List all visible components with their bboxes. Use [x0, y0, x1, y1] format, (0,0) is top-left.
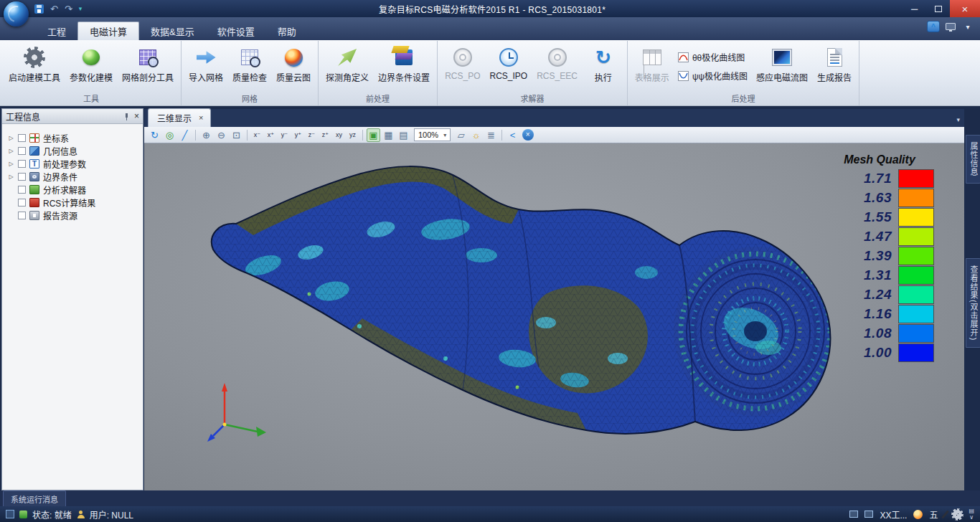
- checkbox[interactable]: [18, 212, 26, 219]
- tab-help[interactable]: 帮助: [266, 22, 308, 40]
- tab-overflow-icon[interactable]: ▾: [956, 116, 960, 123]
- expander-icon[interactable]: ▷: [8, 161, 14, 167]
- tab-data-display[interactable]: 数据&显示: [139, 22, 206, 40]
- legend-swatch: [898, 189, 934, 207]
- stop-icon[interactable]: ×: [521, 128, 534, 142]
- tree-item-report-resources[interactable]: 报告资源: [2, 209, 143, 222]
- checkbox[interactable]: [18, 160, 26, 168]
- minimize-button[interactable]: ─: [903, 0, 926, 17]
- window-thumb-icon[interactable]: [864, 511, 873, 518]
- table-display-button[interactable]: 表格展示: [631, 44, 673, 85]
- parametric-modeling-button[interactable]: 参数化建模: [66, 44, 116, 85]
- button-label: θθ极化曲线图: [692, 51, 745, 63]
- undo-icon[interactable]: ↶: [50, 4, 58, 14]
- chevron-mini-icon[interactable]: ∨: [969, 515, 974, 521]
- launch-modeling-tool-button[interactable]: 启动建模工具: [5, 44, 64, 85]
- quality-contour-button[interactable]: 质量云图: [273, 44, 314, 85]
- axis-view-yz[interactable]: yz: [347, 128, 359, 142]
- chevron-down-icon: ▾: [443, 132, 446, 138]
- axis-view-x-minus[interactable]: x⁻: [251, 128, 263, 142]
- shaded-mode-icon[interactable]: ▣: [367, 128, 380, 142]
- checkbox[interactable]: [18, 186, 26, 194]
- legend-row: 1.55: [825, 207, 934, 227]
- axis-view-z-minus[interactable]: z⁻: [306, 128, 318, 142]
- checkbox[interactable]: [18, 173, 26, 181]
- collapse-ribbon-icon[interactable]: ^: [927, 21, 940, 32]
- pin-icon[interactable]: [123, 113, 130, 120]
- weather-tray-icon[interactable]: [913, 510, 923, 519]
- sketch-icon[interactable]: ╱: [178, 128, 192, 142]
- grid-mode-icon[interactable]: ▤: [397, 128, 410, 142]
- axis-view-x-plus[interactable]: x⁺: [265, 128, 277, 142]
- expander-icon[interactable]: ▷: [8, 148, 14, 154]
- execute-button[interactable]: ↻ 执行: [583, 44, 623, 85]
- tab-em-computation[interactable]: 电磁计算: [77, 22, 139, 40]
- expander-icon[interactable]: ▷: [8, 135, 14, 141]
- button-label: 生成报告: [817, 71, 852, 83]
- ime-indicator[interactable]: 五: [929, 508, 938, 521]
- expander-icon[interactable]: ▷: [8, 174, 14, 180]
- axis-view-y-minus[interactable]: y⁻: [278, 128, 291, 142]
- dock-tab-view-results[interactable]: 查看结果(双击展开): [966, 258, 980, 348]
- table-icon: [643, 49, 661, 65]
- tree-item-geometry-info[interactable]: ▷ 几何信息: [2, 144, 143, 157]
- ribbon-group-preprocess: 探测角定义 边界条件设置 前处理: [319, 41, 438, 105]
- tree-item-rcs-results[interactable]: RCS计算结果: [2, 196, 143, 209]
- axis-view-xy[interactable]: xy: [333, 128, 345, 142]
- rcs-ipo-button[interactable]: RCS_IPO: [486, 44, 531, 82]
- lighting-icon[interactable]: ☼: [469, 128, 483, 142]
- tray-mini-icons[interactable]: ▤ ∨: [969, 508, 974, 521]
- refresh-view-icon[interactable]: ↻: [148, 128, 161, 142]
- gear-tray-icon[interactable]: [953, 510, 962, 519]
- rcs-eec-button[interactable]: RCS_EEC: [533, 44, 581, 82]
- display-settings-icon[interactable]: [944, 21, 957, 32]
- tab-project[interactable]: 工程: [36, 22, 77, 40]
- layers-icon[interactable]: ≣: [484, 128, 498, 142]
- import-mesh-button[interactable]: 导入网格: [185, 44, 227, 85]
- checkbox[interactable]: [18, 199, 26, 207]
- tree-item-preprocess-params[interactable]: ▷ T 前处理参数: [2, 157, 143, 170]
- maximize-button[interactable]: [926, 0, 950, 17]
- redo-icon[interactable]: ↷: [65, 4, 72, 14]
- tab-3d-display[interactable]: 三维显示 ×: [148, 108, 211, 127]
- viewport-3d[interactable]: Mesh Quality 1.71 1.63 1.55 1.47 1.39 1.…: [144, 143, 964, 490]
- boundary-settings-button[interactable]: 边界条件设置: [374, 44, 433, 85]
- list-mini-icon[interactable]: ▤: [969, 508, 974, 514]
- induced-current-map-button[interactable]: 感应电磁流图: [753, 44, 811, 85]
- perspective-icon[interactable]: ▱: [454, 128, 468, 142]
- dropdown-icon[interactable]: ▾: [961, 21, 974, 32]
- quality-check-button[interactable]: 质量检查: [229, 44, 270, 85]
- system-messages-tab[interactable]: 系统运行消息: [3, 490, 66, 506]
- rcs-po-button[interactable]: RCS_PO: [441, 44, 484, 82]
- wireframe-mode-icon[interactable]: ▦: [382, 128, 395, 142]
- close-button[interactable]: ×: [950, 0, 980, 17]
- psi-polarization-curve-button[interactable]: ψψ极化曲线图: [675, 68, 750, 83]
- zoom-out-icon[interactable]: ⊖: [215, 128, 228, 142]
- axis-view-z-plus[interactable]: z⁺: [319, 128, 331, 142]
- save-icon[interactable]: [34, 4, 44, 14]
- zoom-window-icon[interactable]: ⊡: [230, 128, 243, 142]
- legend-value: 1.63: [825, 190, 898, 206]
- tab-close-icon[interactable]: ×: [199, 114, 203, 122]
- zoom-level-combobox[interactable]: 100% ▾: [414, 128, 451, 141]
- app-logo-icon[interactable]: [4, 1, 29, 27]
- system-grid-icon[interactable]: [6, 510, 14, 518]
- axis-view-y-plus[interactable]: y⁺: [292, 128, 304, 142]
- fit-view-icon[interactable]: ◎: [163, 128, 176, 142]
- probe-angle-button[interactable]: 探测角定义: [322, 44, 372, 85]
- theta-polarization-curve-button[interactable]: θθ极化曲线图: [675, 49, 750, 65]
- window-thumb-icon[interactable]: [849, 511, 858, 518]
- pen-tray-icon[interactable]: [942, 510, 950, 518]
- generate-report-button[interactable]: 生成报告: [814, 44, 855, 85]
- dock-tab-properties[interactable]: 属性信息: [966, 135, 980, 184]
- share-icon[interactable]: <: [506, 128, 519, 142]
- checkbox[interactable]: [18, 134, 26, 142]
- panel-close-icon[interactable]: ×: [134, 112, 139, 120]
- mesh-partition-tool-button[interactable]: 网格剖分工具: [118, 44, 177, 85]
- zoom-in-icon[interactable]: ⊕: [199, 128, 213, 142]
- tree-item-boundary-conditions[interactable]: ▷ 边界条件: [2, 170, 143, 183]
- checkbox[interactable]: [18, 147, 26, 155]
- tree-item-coordinate-system[interactable]: ▷ 坐标系: [2, 131, 143, 144]
- tab-software-settings[interactable]: 软件设置: [206, 22, 266, 40]
- tree-item-analysis-solver[interactable]: 分析求解器: [2, 183, 143, 196]
